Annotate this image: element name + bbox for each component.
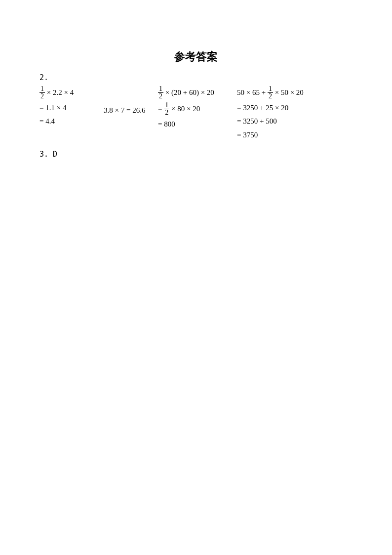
- solution-col-2: 3.8 × 7 = 26.6: [104, 86, 158, 118]
- question-2-label: 2.: [39, 73, 353, 82]
- expr-line: 1 2 × 2.2 × 4: [39, 86, 104, 100]
- expr-text: × 50 × 20: [273, 88, 304, 96]
- fraction-icon: 1 2: [164, 102, 169, 116]
- solution-col-1: 1 2 × 2.2 × 4 = 1.1 × 4 = 4.4: [39, 86, 104, 129]
- expr-line: 3.8 × 7 = 26.6: [104, 105, 158, 116]
- expr-text: × 2.2 × 4: [45, 88, 74, 96]
- page-title: 参考答案: [39, 49, 353, 64]
- expr-line: = 3250 + 500: [237, 116, 336, 127]
- expr-line: = 1.1 × 4: [39, 102, 104, 114]
- fraction-icon: 1 2: [158, 85, 163, 100]
- expr-line: = 3250 + 25 × 20: [237, 102, 336, 114]
- solution-col-3: 1 2 × (20 + 60) × 20 = 1 2 × 80 × 20 = 8…: [158, 86, 237, 132]
- expr-line: 50 × 65 + 1 2 × 50 × 20: [237, 86, 336, 100]
- solution-col-4: 50 × 65 + 1 2 × 50 × 20 = 3250 + 25 × 20…: [237, 86, 336, 143]
- expr-line: 1 2 × (20 + 60) × 20: [158, 86, 237, 100]
- question-3-answer: 3. D: [39, 150, 353, 159]
- expr-line: = 800: [158, 119, 237, 130]
- expr-text: 50 × 65 +: [237, 88, 268, 96]
- expr-text: × 80 × 20: [169, 105, 200, 113]
- document-page: 参考答案 2. 1 2 × 2.2 × 4 = 1.1 × 4 = 4.4 3.…: [0, 0, 392, 198]
- fraction-icon: 1 2: [39, 85, 45, 100]
- solutions-row: 1 2 × 2.2 × 4 = 1.1 × 4 = 4.4 3.8 × 7 = …: [39, 86, 353, 143]
- expr-text: =: [158, 105, 164, 113]
- expr-line: = 4.4: [39, 116, 104, 127]
- expr-line: = 1 2 × 80 × 20: [158, 102, 237, 117]
- fraction-icon: 1 2: [268, 85, 273, 100]
- expr-line: = 3750: [237, 129, 336, 141]
- expr-text: × (20 + 60) × 20: [163, 88, 214, 96]
